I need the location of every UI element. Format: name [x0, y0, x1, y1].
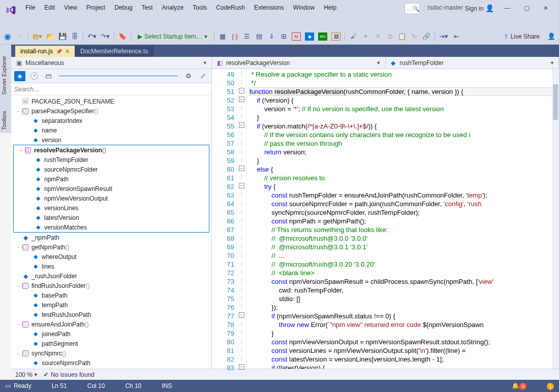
- nav-fwd-icon[interactable]: ○: [14, 31, 25, 42]
- tree-field-rushTempFolder[interactable]: ◆rushTempFolder: [14, 155, 209, 165]
- tree-global-_npmPath[interactable]: ◆_npmPath: [11, 233, 211, 242]
- tool-icon-paste[interactable]: 📋: [396, 31, 408, 42]
- menu-file[interactable]: File: [21, 2, 39, 13]
- tool-icon-braces[interactable]: {·}: [229, 31, 240, 42]
- code-area[interactable]: * Resolve a package specifier to a stati…: [246, 69, 559, 369]
- fold-toggle-icon[interactable]: −: [239, 183, 244, 188]
- new-item-icon[interactable]: ▤▾: [31, 31, 44, 42]
- menu-test[interactable]: Test: [138, 2, 157, 13]
- tool-icon-grid[interactable]: ▤: [254, 31, 265, 42]
- window-minimize-icon[interactable]: —: [501, 2, 513, 14]
- context-member[interactable]: ◆ rushTempFolder ▼: [386, 57, 560, 69]
- tree-field-npmVersionSpawnResult[interactable]: ◆npmVersionSpawnResult: [14, 184, 209, 193]
- fold-toggle-icon[interactable]: −: [239, 88, 244, 93]
- menu-project[interactable]: Project: [82, 2, 109, 13]
- menu-help[interactable]: Help: [320, 2, 340, 13]
- tool-icon-abc[interactable]: abc: [317, 31, 329, 42]
- feedback-icon[interactable]: 👤: [546, 31, 557, 42]
- menu-search[interactable]: … 🔍: [405, 3, 420, 14]
- signin-link[interactable]: Sign in 👤: [465, 4, 494, 12]
- tree-field-basePath[interactable]: ◆basePath: [11, 290, 211, 300]
- fold-toggle-icon[interactable]: −: [239, 364, 244, 370]
- menu-view[interactable]: View: [60, 2, 81, 13]
- notification-alert-icon[interactable]: 1: [547, 382, 554, 390]
- tool-icon-chart[interactable]: ⊞: [278, 31, 289, 42]
- zoom-level[interactable]: 100 % ▼: [15, 371, 38, 378]
- open-icon[interactable]: 📂: [45, 31, 56, 42]
- fold-toggle-icon[interactable]: −: [239, 122, 244, 128]
- tree-field-sourceNpmrcFolder[interactable]: ◆sourceNpmrcFolder: [14, 165, 209, 174]
- tree-method-findRushJsonFolder[interactable]: -▢findRushJsonFolder (): [11, 281, 211, 290]
- menu-analyze[interactable]: Analyze: [158, 2, 188, 13]
- gear-icon[interactable]: ⚙: [183, 71, 194, 81]
- tool-icon-refresh[interactable]: ↻: [409, 31, 420, 42]
- tree-field-whereOutput[interactable]: ◆whereOutput: [11, 252, 211, 262]
- tree-field-pathSegment[interactable]: ◆pathSegment: [11, 339, 211, 348]
- structure-history-icon[interactable]: 🕑: [28, 71, 40, 81]
- fold-toggle-icon[interactable]: −: [239, 96, 244, 102]
- tool-icon-wand[interactable]: ✦: [360, 31, 371, 42]
- file-tab[interactable]: install-run.js📌✕: [15, 46, 75, 57]
- tree-method-resolvePackageVersion[interactable]: -▢resolvePackageVersion (): [14, 145, 209, 155]
- structure-search[interactable]: [11, 83, 211, 95]
- tool-icon-x[interactable]: ✕: [372, 31, 383, 42]
- file-tab[interactable]: DocMemberReference.ts: [75, 46, 153, 57]
- window-maximize-icon[interactable]: ▢: [520, 2, 533, 14]
- code-editor[interactable]: 4950515253545556575859606162636465666768…: [212, 69, 559, 369]
- structure-search-input[interactable]: [14, 84, 208, 94]
- notification-bell-icon[interactable]: 🔔3: [512, 382, 526, 390]
- side-tab-server-explorer[interactable]: Server Explorer: [0, 53, 11, 97]
- tool-icon-1[interactable]: ▦: [217, 31, 228, 42]
- side-tab-toolbox[interactable]: Toolbox: [0, 108, 11, 133]
- window-close-icon[interactable]: ✕: [540, 2, 552, 14]
- tool-icon-pin[interactable]: ◆: [303, 31, 316, 42]
- tree-method-syncNpmrc[interactable]: -▢syncNpmrc (): [11, 348, 211, 358]
- fold-gutter[interactable]: ||−−||−||||−|−||||||||||||||−|||||−: [237, 69, 246, 369]
- tool-icon-link[interactable]: 🔗: [421, 31, 432, 42]
- redo-icon[interactable]: ↷▾: [99, 31, 111, 42]
- tool-icon-indent[interactable]: ⇥▾: [438, 31, 450, 42]
- tree-field-latestVersion[interactable]: ◆latestVersion: [14, 213, 209, 222]
- menu-tools[interactable]: Tools: [189, 2, 211, 13]
- tree-method-parsePackageSpecifier[interactable]: -▢parsePackageSpecifier (): [11, 106, 211, 116]
- issues-indicator[interactable]: ✔ No issues found: [43, 371, 95, 378]
- pin-icon[interactable]: 📌: [56, 49, 62, 54]
- tree-const-PACKAGE_JSON_FILENAME[interactable]: ▭PACKAGE_JSON_FILENAME: [11, 96, 211, 106]
- tree-method-getNpmPath[interactable]: -▢getNpmPath (): [11, 242, 211, 252]
- fold-toggle-icon[interactable]: −: [239, 166, 244, 171]
- tree-field-joinedPath[interactable]: ◆joinedPath: [11, 329, 211, 339]
- tool-icon-brush[interactable]: 🖌: [348, 31, 359, 42]
- tree-field-npmPath[interactable]: ◆npmPath: [14, 174, 209, 184]
- undo-icon[interactable]: ↶▾: [86, 31, 98, 42]
- menu-extensions[interactable]: Extensions: [250, 2, 288, 13]
- tree-global-_rushJsonFolder[interactable]: ◆_rushJsonFolder: [11, 271, 211, 281]
- tree-field-lines[interactable]: ◆lines: [11, 262, 211, 271]
- tool-icon-list[interactable]: ☰: [241, 31, 253, 42]
- liveshare-button[interactable]: ⇪ Live Share: [499, 33, 545, 40]
- close-icon[interactable]: ✕: [65, 48, 70, 55]
- tree-field-version[interactable]: ◆version: [11, 135, 211, 145]
- tree-field-name[interactable]: ◆name: [11, 125, 211, 135]
- tool-icon-outdent[interactable]: ⇤: [451, 31, 462, 42]
- structure-nav-icon[interactable]: ◈: [14, 71, 25, 81]
- tool-icon-m[interactable]: M: [290, 31, 302, 42]
- fold-toggle-icon[interactable]: −: [239, 312, 244, 318]
- menu-coderush[interactable]: CodeRush: [212, 2, 249, 13]
- tree-field-versionLines[interactable]: ◆versionLines: [14, 203, 209, 213]
- save-icon[interactable]: 💾: [57, 31, 68, 42]
- tree-field-npmViewVersionOutput[interactable]: ◆npmViewVersionOutput: [14, 193, 209, 203]
- menu-window[interactable]: Window: [289, 2, 319, 13]
- tree-field-separatorIndex[interactable]: ◆separatorIndex: [11, 116, 211, 125]
- bookmark-icon[interactable]: 🔖: [117, 31, 128, 42]
- tool-icon-copy[interactable]: ⧉: [384, 31, 395, 42]
- save-all-icon[interactable]: 🗄: [69, 31, 80, 42]
- structure-tree[interactable]: ▭PACKAGE_JSON_FILENAME-▢parsePackageSpec…: [11, 95, 211, 369]
- tool-icon-download[interactable]: ⇓: [266, 31, 277, 42]
- menu-debug[interactable]: Debug: [110, 2, 136, 13]
- context-type[interactable]: ◧ resolvePackageVersion ▼: [212, 57, 386, 69]
- tree-field-tempPath[interactable]: ◆tempPath: [11, 300, 211, 310]
- context-scope[interactable]: ▣ Miscellaneous ▼: [11, 57, 212, 69]
- startup-item-dropdown[interactable]: ▶ Select Startup Item… ▾: [134, 33, 211, 40]
- vertical-scrollbar[interactable]: [552, 69, 559, 369]
- structure-db-icon[interactable]: 🗃: [43, 71, 54, 81]
